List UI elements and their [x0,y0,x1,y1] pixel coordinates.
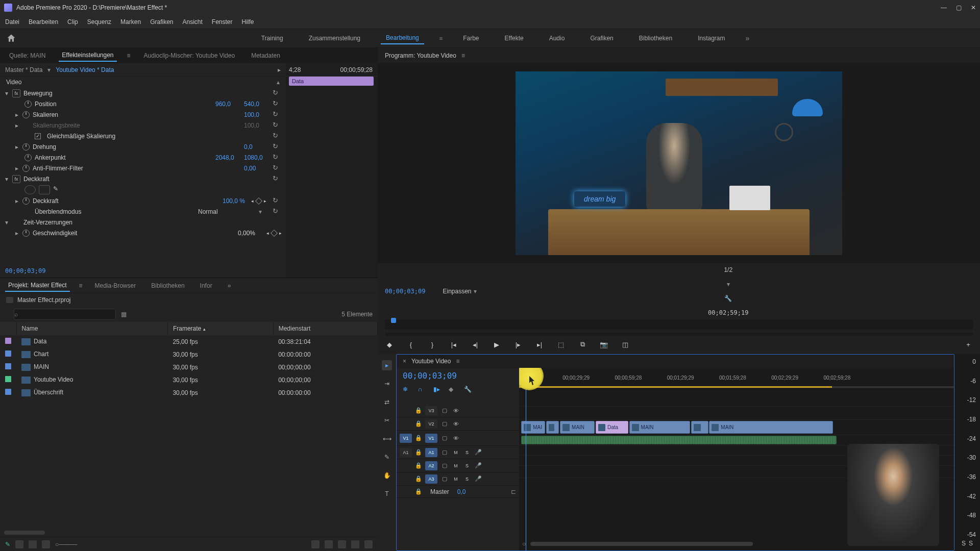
timeline-clip[interactable]: MAIN [560,421,595,434]
drehung-value[interactable]: 0,0 [244,143,270,151]
zoom-slider[interactable]: ○——— [55,541,77,548]
stopwatch-icon[interactable] [22,230,30,237]
stopwatch-icon[interactable] [24,154,32,161]
freeform-view-icon[interactable] [42,540,50,548]
project-row[interactable]: Youtube Video30,00 fps00;00;00;00 [0,373,378,386]
tab-audio-mixer[interactable]: Audioclip-Mischer: Youtube Video [141,50,238,61]
effect-timecode[interactable]: 00;00;03;09 [0,264,286,278]
expand-icon[interactable]: ▸ [14,111,19,118]
anker-x[interactable]: 2048,0 [215,154,241,161]
sync-lock-icon[interactable]: ▢ [440,407,449,414]
solo-icon[interactable]: S [463,475,471,483]
expand-icon[interactable]: ▸ [14,197,19,205]
sync-lock-icon[interactable]: ▢ [440,435,449,441]
uniform-scale-checkbox[interactable]: ✓ [35,133,41,139]
expand-icon[interactable]: ▸ [14,143,19,151]
tab-metadata[interactable]: Metadaten [248,50,283,61]
eye-icon[interactable]: 👁 [452,421,460,427]
stopwatch-icon[interactable] [22,143,30,151]
close-button[interactable]: ✕ [971,4,976,11]
razor-tool-icon[interactable]: ✂ [382,415,392,425]
menu-fenster[interactable]: Fenster [212,18,233,26]
ellipse-mask-icon[interactable] [24,185,36,194]
timeline-clip[interactable]: MAI [521,421,545,434]
timeline-ruler[interactable]: 00;00;29;29 00;00;59;28 00;01;29;29 00;0… [519,368,954,388]
menu-hilfe[interactable]: Hilfe [242,18,254,26]
program-scrubber[interactable] [385,319,973,330]
chevron-down-icon[interactable]: ▾ [727,281,730,288]
menu-sequenz[interactable]: Sequenz [87,18,111,26]
menu-grafiken[interactable]: Grafiken [150,18,173,26]
expand-icon[interactable]: ▸ [14,165,19,172]
track-row-v2[interactable] [519,407,954,420]
source-v1[interactable]: V1 [400,434,412,443]
workspace-bibliotheken[interactable]: Bibliotheken [634,33,677,44]
reset-icon[interactable] [273,89,282,98]
compare-icon[interactable]: ◫ [621,340,630,349]
menu-bearbeiten[interactable]: Bearbeiten [29,18,58,26]
tab-menu-icon[interactable]: ≡ [79,282,83,289]
tab-media-browser[interactable]: Media-Browser [92,280,139,291]
rect-mask-icon[interactable] [39,185,50,194]
col-name[interactable]: Name [16,322,167,335]
tab-effect-controls[interactable]: Effekteinstellungen [59,49,116,62]
deckkraft-value[interactable]: 100,0 % [223,197,248,205]
tabs-overflow-icon[interactable]: » [228,282,231,289]
workspace-grafiken[interactable]: Grafiken [585,33,618,44]
tab-menu-icon[interactable]: ≡ [127,52,131,59]
snap-icon[interactable]: ❄ [403,386,411,394]
play-icon[interactable]: ▶ [492,340,501,349]
solo-icon[interactable]: S [463,448,471,457]
lock-icon[interactable]: 🔒 [415,420,422,427]
step-fwd-icon[interactable]: |▸ [513,340,523,349]
expand-icon[interactable]: ▾ [4,176,9,183]
marker-icon[interactable]: ◆ [385,340,394,349]
sync-lock-icon[interactable]: ▢ [440,449,449,456]
minimize-button[interactable]: — [941,4,947,11]
reset-icon[interactable] [273,132,282,141]
speed-value[interactable]: 0,00% [238,230,263,237]
project-hscroll[interactable] [4,531,45,535]
stopwatch-icon[interactable] [22,111,30,118]
close-sequence-icon[interactable]: × [403,358,406,365]
zoom-fit[interactable]: Einpassen [443,288,471,295]
sync-lock-icon[interactable]: ▢ [440,475,449,482]
track-a3[interactable]: A3 [425,474,437,484]
reset-icon[interactable] [273,153,282,162]
icon-view-icon[interactable] [29,540,37,548]
timeline-clip[interactable] [691,421,708,434]
voiceover-icon[interactable]: 🎤 [474,449,482,456]
kf-clip-bar[interactable]: Data [289,77,374,86]
expand-icon[interactable]: ▸ [14,122,19,129]
settings-icon[interactable]: ◆ [449,386,457,394]
effect-sequence-clip[interactable]: Youtube Video * Data [56,66,114,73]
menu-datei[interactable]: Datei [5,18,19,26]
effect-master-clip[interactable]: Master * Data [5,66,42,73]
sync-lock-icon[interactable]: ▢ [440,462,449,469]
selection-tool-icon[interactable]: ▸ [382,360,392,370]
playhead-marker[interactable] [391,318,396,323]
sequence-name[interactable]: Youtube Video [411,358,451,365]
track-select-tool-icon[interactable]: ⇥ [382,379,392,389]
voiceover-icon[interactable]: 🎤 [474,462,482,469]
mute-icon[interactable]: M [452,448,460,457]
workspace-instagram[interactable]: Instagram [693,33,730,44]
source-a1[interactable]: A1 [400,448,412,457]
marker-tool-icon[interactable]: ▮▸ [433,386,442,394]
solo-right[interactable]: S [969,540,973,547]
extract-icon[interactable]: ⧉ [578,340,587,349]
stopwatch-icon[interactable] [24,101,32,108]
reset-icon[interactable] [273,142,282,152]
next-keyframe-icon[interactable]: ▸ [279,231,282,236]
ripple-tool-icon[interactable]: ⇄ [382,397,392,407]
voiceover-icon[interactable]: 🎤 [474,475,482,482]
add-keyframe-icon[interactable] [255,197,262,204]
reset-icon[interactable] [273,164,282,173]
pen-tool-icon[interactable]: ✎ [382,452,392,462]
lock-icon[interactable]: 🔒 [415,449,422,456]
slip-tool-icon[interactable]: ⟷ [382,434,392,444]
reset-icon[interactable] [273,99,282,109]
wrench-icon[interactable]: 🔧 [464,386,472,394]
workspace-audio[interactable]: Audio [544,33,570,44]
prev-keyframe-icon[interactable]: ◂ [251,198,254,204]
